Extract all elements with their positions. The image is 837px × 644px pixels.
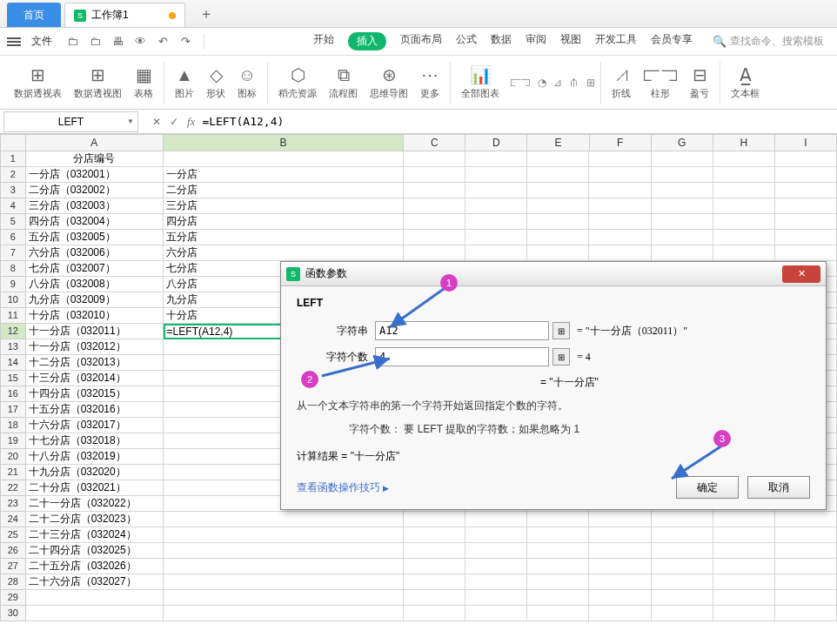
redo-icon[interactable]: ↷ (176, 33, 195, 50)
cell[interactable] (713, 527, 775, 543)
param1-input[interactable] (375, 321, 549, 340)
cell[interactable] (589, 167, 651, 183)
cell[interactable] (527, 527, 589, 543)
cell[interactable] (652, 527, 713, 543)
cell[interactable]: 十三分店（032014） (26, 371, 164, 386)
chart-icon-3[interactable]: ⊿ (553, 77, 562, 89)
select-all-corner[interactable] (0, 134, 26, 151)
cell[interactable] (465, 245, 527, 261)
row-header[interactable]: 4 (0, 198, 26, 214)
cell[interactable] (527, 183, 589, 198)
cell[interactable] (775, 183, 837, 198)
save-icon[interactable]: 🗀 (63, 33, 82, 50)
cell[interactable] (589, 512, 651, 527)
accept-formula-icon[interactable]: ✓ (170, 116, 178, 128)
cell[interactable] (775, 559, 837, 574)
cell[interactable] (164, 574, 404, 590)
cell[interactable]: 十一分店（032012） (26, 339, 164, 355)
cell[interactable] (527, 559, 589, 574)
row-header[interactable]: 7 (0, 245, 26, 261)
row-header[interactable]: 2 (0, 167, 26, 183)
cell[interactable] (589, 245, 651, 261)
pivottable-button[interactable]: ⊞数据透视表 (9, 63, 67, 102)
cell[interactable]: 二十四分店（032025） (26, 543, 164, 559)
cell[interactable] (713, 574, 775, 590)
cell[interactable]: 七分店（032007） (26, 261, 164, 277)
cell[interactable] (465, 590, 527, 606)
cell[interactable] (775, 527, 837, 543)
cell[interactable] (775, 543, 837, 559)
cell[interactable] (527, 590, 589, 606)
cell[interactable] (775, 574, 837, 590)
cell[interactable]: 六分店 (164, 245, 404, 261)
cell[interactable] (652, 559, 713, 574)
cell[interactable] (164, 527, 404, 543)
cell[interactable] (652, 151, 713, 167)
flowchart-button[interactable]: ⧉流程图 (324, 63, 363, 102)
cell[interactable]: 二分店（032002） (26, 183, 164, 198)
cell[interactable] (527, 167, 589, 183)
cell[interactable] (527, 512, 589, 527)
cell[interactable] (713, 198, 775, 214)
cell[interactable] (465, 559, 527, 574)
textbox-button[interactable]: A̲文本框 (726, 63, 765, 102)
cell[interactable] (775, 214, 837, 230)
formula-bar[interactable]: =LEFT(A12,4) (195, 115, 837, 128)
cell[interactable]: 十七分店（032018） (26, 433, 164, 449)
cell[interactable] (465, 198, 527, 214)
fx-icon[interactable]: fx (187, 115, 195, 129)
cell[interactable] (527, 230, 589, 245)
cell[interactable] (589, 198, 651, 214)
col-header-I[interactable]: I (775, 134, 837, 151)
cell[interactable] (465, 183, 527, 198)
param1-range-icon[interactable]: ⊞ (552, 322, 570, 339)
cell[interactable] (164, 590, 404, 606)
icon-button[interactable]: ☺图标 (232, 63, 262, 102)
cell[interactable] (589, 214, 651, 230)
cell[interactable]: 三分店（032003） (26, 198, 164, 214)
tab-layout[interactable]: 页面布局 (400, 32, 442, 50)
cell[interactable]: 十八分店（032019） (26, 449, 164, 465)
cell[interactable] (527, 606, 589, 621)
row-header[interactable]: 12 (0, 324, 26, 339)
cell[interactable] (527, 214, 589, 230)
cell[interactable] (164, 606, 404, 621)
cell[interactable] (652, 574, 713, 590)
cell[interactable] (775, 167, 837, 183)
tab-member[interactable]: 会员专享 (651, 32, 693, 50)
cell[interactable]: 五分店 (164, 230, 404, 245)
cell[interactable] (404, 512, 465, 527)
name-box[interactable]: LEFT ▼ (3, 111, 138, 132)
spark-col-button[interactable]: ⫍⫎柱形 (638, 63, 683, 102)
cell[interactable]: 十二分店（032013） (26, 355, 164, 371)
row-header[interactable]: 25 (0, 527, 26, 543)
cell[interactable] (404, 198, 465, 214)
cell[interactable] (465, 574, 527, 590)
cell[interactable] (26, 606, 164, 621)
cell[interactable]: 八分店（032008） (26, 277, 164, 292)
pivotchart-button[interactable]: ⊞数据透视图 (69, 63, 127, 102)
param2-input[interactable] (375, 347, 549, 366)
cell[interactable] (26, 590, 164, 606)
cell[interactable] (465, 214, 527, 230)
cell[interactable] (404, 214, 465, 230)
row-header[interactable]: 26 (0, 543, 26, 559)
close-icon[interactable]: ✕ (782, 265, 820, 283)
row-header[interactable]: 23 (0, 496, 26, 512)
row-header[interactable]: 9 (0, 277, 26, 292)
cell[interactable] (404, 543, 465, 559)
cell[interactable]: 九分店（032009） (26, 292, 164, 308)
cell[interactable] (652, 543, 713, 559)
cell[interactable] (775, 151, 837, 167)
row-header[interactable]: 28 (0, 574, 26, 590)
cell[interactable] (713, 559, 775, 574)
workbook-tab[interactable]: S 工作簿1 (64, 3, 185, 27)
tab-data[interactable]: 数据 (491, 32, 512, 50)
cell[interactable]: 十分店（032010） (26, 308, 164, 324)
cell[interactable] (589, 543, 651, 559)
undo-icon[interactable]: ↶ (153, 33, 172, 50)
cell[interactable]: 五分店（032005） (26, 230, 164, 245)
row-header[interactable]: 13 (0, 339, 26, 355)
cell[interactable]: 二十六分店（032027） (26, 574, 164, 590)
row-header[interactable]: 18 (0, 418, 26, 433)
